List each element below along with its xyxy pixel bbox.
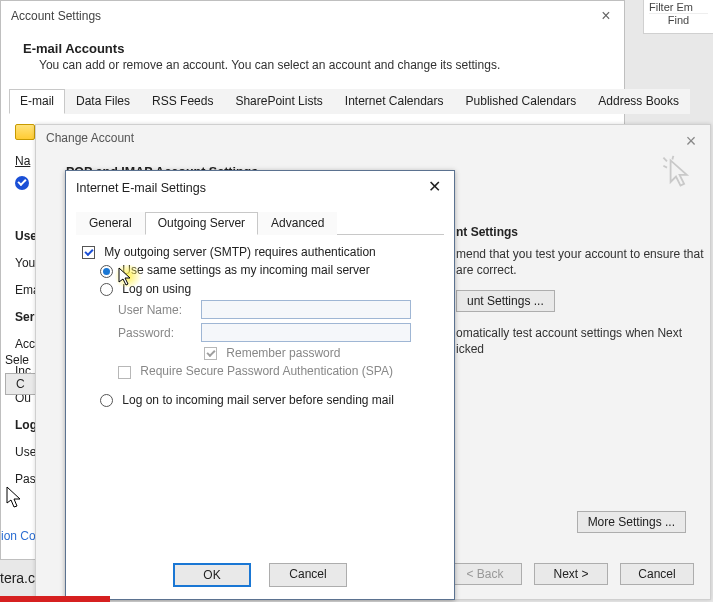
change-folder-button[interactable]: C xyxy=(5,373,36,395)
wizard-cursor-icon xyxy=(658,155,694,191)
logon-before-send-label: Log on to incoming mail server before se… xyxy=(122,393,393,407)
more-settings-button[interactable]: More Settings ... xyxy=(577,511,686,533)
default-account-check-icon xyxy=(15,176,29,190)
mouse-cursor-icon xyxy=(6,486,24,510)
account-tabstrip: E-mail Data Files RSS Feeds SharePoint L… xyxy=(9,88,616,114)
tab-general[interactable]: General xyxy=(76,212,145,235)
back-button: < Back xyxy=(448,563,522,585)
remember-password-checkbox xyxy=(204,347,217,360)
remember-password-label: Remember password xyxy=(226,346,340,360)
next-button[interactable]: Next > xyxy=(534,563,608,585)
window-title: Account Settings xyxy=(11,9,101,23)
logon-before-send-radio[interactable] xyxy=(100,394,113,407)
spa-checkbox xyxy=(118,366,131,379)
cancel-button[interactable]: Cancel xyxy=(269,563,347,587)
envelope-icon xyxy=(15,124,35,140)
filter-email-label[interactable]: Filter Em xyxy=(649,1,708,14)
tera-fragment: tera.c xyxy=(0,570,35,586)
email-accounts-desc: You can add or remove an account. You ca… xyxy=(39,58,602,72)
progress-bar-fragment xyxy=(0,596,110,602)
svg-line-0 xyxy=(663,166,667,168)
internet-email-settings-dialog: Internet E-mail Settings ✕ General Outgo… xyxy=(65,170,455,600)
tab-data-files[interactable]: Data Files xyxy=(65,89,141,114)
password-input xyxy=(201,323,411,342)
ribbon-fragment: Filter Em Find xyxy=(643,0,713,34)
change-account-title: Change Account xyxy=(36,125,710,151)
password-label: Password: xyxy=(118,326,198,340)
spa-label: Require Secure Password Authentication (… xyxy=(140,364,393,378)
email-accounts-heading: E-mail Accounts xyxy=(23,41,602,56)
use-same-settings-radio[interactable] xyxy=(100,265,113,278)
svg-line-2 xyxy=(672,156,673,160)
location-link[interactable]: ion Co xyxy=(1,529,36,543)
mouse-cursor-icon xyxy=(118,267,134,287)
auto-test-label: omatically test account settings when Ne… xyxy=(456,326,706,357)
ies-tabstrip: General Outgoing Server Advanced xyxy=(76,211,444,235)
svg-line-1 xyxy=(663,158,667,162)
tab-outgoing-server[interactable]: Outgoing Server xyxy=(145,212,258,235)
test-settings-heading: nt Settings xyxy=(456,225,706,239)
test-account-settings-button[interactable]: unt Settings ... xyxy=(456,290,555,312)
account-settings-header: E-mail Accounts You can add or remove an… xyxy=(1,37,624,88)
ok-button[interactable]: OK xyxy=(173,563,251,587)
requires-auth-label: My outgoing server (SMTP) requires authe… xyxy=(104,245,375,259)
selected-label: Sele xyxy=(5,353,36,367)
tab-rss-feeds[interactable]: RSS Feeds xyxy=(141,89,224,114)
requires-auth-checkbox[interactable] xyxy=(82,246,95,259)
user-name-input xyxy=(201,300,411,319)
use-same-settings-label: Use same settings as my incoming mail se… xyxy=(122,263,369,277)
tab-address-books[interactable]: Address Books xyxy=(587,89,690,114)
log-on-using-radio[interactable] xyxy=(100,283,113,296)
tab-published-calendars[interactable]: Published Calendars xyxy=(455,89,588,114)
close-icon[interactable]: × xyxy=(596,7,616,27)
find-group-label: Find xyxy=(649,14,708,26)
ies-title-text: Internet E-mail Settings xyxy=(76,181,206,195)
tab-sharepoint-lists[interactable]: SharePoint Lists xyxy=(224,89,333,114)
test-settings-line1: mend that you test your account to ensur… xyxy=(456,247,706,278)
user-name-label: User Name: xyxy=(118,303,198,317)
close-icon[interactable]: × xyxy=(680,131,702,153)
tab-internet-calendars[interactable]: Internet Calendars xyxy=(334,89,455,114)
close-icon[interactable]: ✕ xyxy=(424,178,444,198)
cancel-button[interactable]: Cancel xyxy=(620,563,694,585)
tab-advanced[interactable]: Advanced xyxy=(258,212,337,235)
tab-email[interactable]: E-mail xyxy=(9,89,65,114)
test-settings-panel: nt Settings mend that you test your acco… xyxy=(456,225,706,369)
